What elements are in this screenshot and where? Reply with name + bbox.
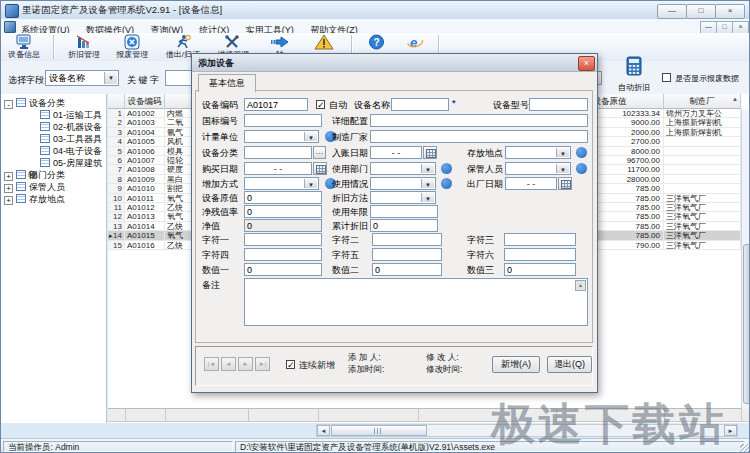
name-field[interactable] xyxy=(391,98,449,111)
tree-item[interactable]: 04-电子设备 xyxy=(1,145,106,157)
n1-field[interactable]: 0 xyxy=(244,263,322,276)
dep-method-combo[interactable]: ▼ xyxy=(370,191,436,204)
added-by-label: 添 加 人: xyxy=(348,352,381,362)
device-info-button[interactable]: 设备信息 xyxy=(1,33,47,60)
n2-field[interactable]: 0 xyxy=(372,263,442,276)
grid-header-code[interactable]: 设备编码 xyxy=(125,94,165,109)
tree-expander[interactable]: + xyxy=(4,196,13,205)
field-select[interactable]: 设备名称 ▼ xyxy=(45,70,119,86)
tree-expander[interactable]: + xyxy=(4,184,13,193)
auto-checkbox[interactable]: ✓ xyxy=(316,100,325,109)
maker-cell: 三洋氧气厂 xyxy=(664,212,741,221)
s4-field[interactable] xyxy=(244,248,322,261)
continuous-add-checkbox[interactable]: ✓ xyxy=(286,360,295,369)
maker-field[interactable] xyxy=(370,130,588,143)
chevron-down-icon[interactable]: ▼ xyxy=(556,148,569,157)
model-field[interactable] xyxy=(529,98,588,111)
s2-field[interactable] xyxy=(372,233,442,246)
config-field[interactable] xyxy=(370,114,588,127)
usage-combo[interactable]: ▼ xyxy=(370,177,436,190)
vertical-scrollbar-thumb[interactable] xyxy=(743,244,750,404)
out-date-field[interactable]: - - xyxy=(505,177,557,190)
tree-item[interactable]: +部门分类 xyxy=(1,169,106,181)
out-date-calendar-icon[interactable] xyxy=(558,177,572,190)
in-date-field[interactable]: - - xyxy=(370,146,422,159)
grid-header-maker[interactable]: 制造厂 ▲ xyxy=(664,94,741,109)
resize-grip[interactable] xyxy=(740,444,749,453)
nav-first-button[interactable]: |◄ xyxy=(204,357,219,371)
vertical-scrollbar[interactable] xyxy=(741,109,750,409)
s3-field[interactable] xyxy=(504,233,576,246)
nav-prev-button[interactable]: ◄ xyxy=(221,357,236,371)
tree-item[interactable]: -设备分类 xyxy=(1,97,106,109)
row-number-cell: 8 xyxy=(108,175,125,184)
question-mark-icon: ? xyxy=(361,34,391,50)
minimize-button[interactable]: — xyxy=(657,4,687,19)
scroll-left-arrow[interactable]: ◄ xyxy=(317,425,330,436)
gb-field[interactable] xyxy=(244,114,322,127)
memo-scroll-up-icon[interactable]: ▲ xyxy=(575,280,586,291)
add-button[interactable]: 新增(A) xyxy=(492,356,540,373)
show-scrapped-checkbox[interactable] xyxy=(662,73,671,82)
maximize-button[interactable]: □ xyxy=(686,4,716,19)
dep-method-label: 折旧方法 xyxy=(332,193,368,204)
scrap-button[interactable]: 报废管理 xyxy=(110,33,154,60)
chevron-down-icon[interactable]: ▼ xyxy=(556,164,569,173)
buy-date-field[interactable]: - - xyxy=(244,162,312,175)
crossed-tools-icon xyxy=(213,34,253,50)
keeper-combo[interactable]: ▼ xyxy=(505,162,571,175)
tree-item[interactable]: +保管人员 xyxy=(1,181,106,193)
s5-field[interactable] xyxy=(372,248,442,261)
close-button[interactable]: × xyxy=(715,4,745,19)
tree-item[interactable]: 03-工具器具 xyxy=(1,133,106,145)
chevron-down-icon[interactable]: ▼ xyxy=(104,72,117,84)
tab-basic-info[interactable]: 基本信息 xyxy=(198,74,256,92)
chevron-down-icon[interactable]: ▼ xyxy=(304,132,317,141)
chevron-down-icon[interactable]: ▼ xyxy=(421,179,434,188)
summary-cell xyxy=(125,409,166,421)
dialog-titlebar[interactable]: 添加设备 × xyxy=(192,54,597,72)
add-mode-combo[interactable]: ▼ xyxy=(244,177,319,190)
years-field[interactable] xyxy=(370,205,438,218)
buy-date-calendar-icon[interactable] xyxy=(313,162,327,175)
tree-expander[interactable]: + xyxy=(4,172,13,181)
unit-combo[interactable]: ▼ xyxy=(244,130,319,143)
dialog-close-icon[interactable]: × xyxy=(578,56,595,71)
n3-field[interactable]: 0 xyxy=(504,263,576,276)
memo-field[interactable]: ▲ xyxy=(244,278,588,326)
config-label: 详细配置 xyxy=(332,116,368,127)
window-title: 里诺固定资产及设备管理系统V2.91 - [设备信息] xyxy=(22,4,222,17)
tree-item[interactable]: 02-机器设备 xyxy=(1,121,106,133)
chevron-down-icon[interactable]: ▼ xyxy=(304,179,317,188)
add-keeper-icon[interactable] xyxy=(576,163,587,174)
grid-header-indicator xyxy=(108,94,125,109)
row-number-cell: 13 xyxy=(108,222,125,231)
nav-next-button[interactable]: ► xyxy=(238,357,253,371)
chevron-down-icon[interactable]: ▼ xyxy=(421,164,434,173)
s6-field[interactable] xyxy=(504,248,576,261)
horizontal-scrollbar-thumb[interactable] xyxy=(331,425,427,436)
s2-label: 字符二 xyxy=(332,235,359,246)
tree-item[interactable]: +存放地点 xyxy=(1,193,106,205)
accum-field[interactable]: 0 xyxy=(370,219,438,232)
tree-item[interactable]: 01-运输工具 xyxy=(1,109,106,121)
tree-item[interactable]: 05-房屋建筑物 xyxy=(1,157,106,169)
value-field[interactable]: 0 xyxy=(244,191,322,204)
location-combo[interactable]: ▼ xyxy=(505,146,571,159)
chevron-down-icon[interactable]: ▼ xyxy=(421,193,434,202)
add-dept-icon[interactable] xyxy=(441,163,452,174)
category-field[interactable] xyxy=(244,146,312,159)
code-field[interactable]: A01017 xyxy=(244,98,308,111)
tree-expander[interactable]: - xyxy=(4,100,13,109)
auto-depreciation-button[interactable]: 自动折旧 xyxy=(611,56,657,94)
s1-field[interactable] xyxy=(244,233,322,246)
exit-button[interactable]: 退出(Q) xyxy=(547,356,592,373)
nav-last-button[interactable]: ►| xyxy=(255,357,270,371)
add-usage-icon[interactable] xyxy=(441,178,452,189)
dept-combo[interactable]: ▼ xyxy=(370,162,436,175)
in-date-calendar-icon[interactable] xyxy=(423,146,437,159)
category-browse-button[interactable]: … xyxy=(313,146,326,159)
residual-field[interactable]: 0 xyxy=(244,205,322,218)
depreciation-button[interactable]: 折旧管理 xyxy=(62,33,106,60)
add-location-icon[interactable] xyxy=(576,147,587,158)
